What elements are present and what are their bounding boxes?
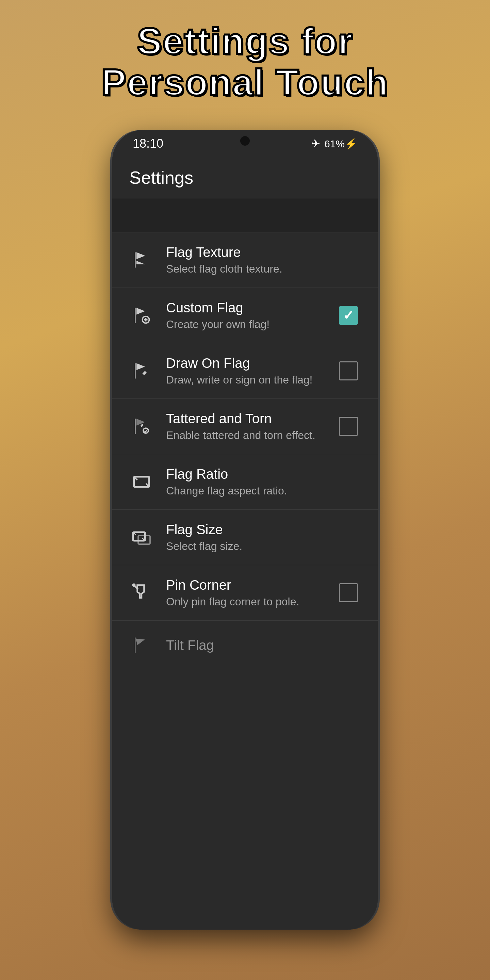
airplane-icon: ✈ xyxy=(311,137,320,150)
flag-texture-icon xyxy=(129,248,154,272)
settings-item-flag-ratio[interactable]: Flag Ratio Change flag aspect ratio. xyxy=(112,454,378,510)
flag-size-content: Flag Size Select flag size. xyxy=(166,522,361,553)
tilt-flag-content: Tilt Flag xyxy=(166,638,361,653)
draw-flag-content: Draw On Flag Draw, write or sign on the … xyxy=(166,356,324,386)
custom-flag-title: Custom Flag xyxy=(166,300,324,315)
custom-flag-checkbox[interactable]: ✓ xyxy=(339,306,358,325)
ratio-icon xyxy=(129,469,154,494)
headline: Settings for Personal Touch xyxy=(74,21,416,103)
phone-frame: 18:10 ✈ 61%⚡ Settings xyxy=(112,130,378,930)
headline-line1: Settings for xyxy=(137,20,353,62)
draw-flag-control[interactable] xyxy=(336,359,361,383)
flag-size-subtitle: Select flag size. xyxy=(166,540,361,553)
battery-text: 61%⚡ xyxy=(324,138,357,150)
settings-item-flag-size[interactable]: Flag Size Select flag size. xyxy=(112,510,378,565)
status-right: ✈ 61%⚡ xyxy=(311,137,357,150)
settings-item-tilt-flag[interactable]: Tilt Flag xyxy=(112,620,378,670)
svg-point-1 xyxy=(143,428,148,433)
tattered-control[interactable] xyxy=(336,414,361,439)
app-bar-title: Settings xyxy=(129,167,361,188)
custom-flag-content: Custom Flag Create your own flag! xyxy=(166,300,324,331)
pin-corner-subtitle: Only pin flag corner to pole. xyxy=(166,595,324,608)
checkmark-icon: ✓ xyxy=(343,309,354,322)
camera-notch xyxy=(240,136,250,146)
settings-list: Flag Texture Select flag cloth texture. … xyxy=(112,232,378,930)
draw-flag-icon xyxy=(129,359,154,383)
tattered-title: Tattered and Torn xyxy=(166,411,324,426)
pin-icon xyxy=(129,581,154,605)
headline-line2: Personal Touch xyxy=(102,61,389,103)
settings-item-custom-flag[interactable]: Custom Flag Create your own flag! ✓ xyxy=(112,288,378,343)
settings-item-tattered[interactable]: Tattered and Torn Enable tattered and to… xyxy=(112,399,378,454)
pin-corner-control[interactable] xyxy=(336,581,361,605)
draw-flag-checkbox[interactable] xyxy=(339,361,358,380)
status-bar: 18:10 ✈ 61%⚡ xyxy=(112,130,378,157)
flag-texture-subtitle: Select flag cloth texture. xyxy=(166,263,361,275)
custom-flag-icon xyxy=(129,303,154,328)
pin-corner-title: Pin Corner xyxy=(166,578,324,593)
settings-item-pin-corner[interactable]: Pin Corner Only pin flag corner to pole. xyxy=(112,565,378,620)
flag-texture-content: Flag Texture Select flag cloth texture. xyxy=(166,245,361,275)
flag-ratio-subtitle: Change flag aspect ratio. xyxy=(166,485,361,497)
settings-item-flag-texture[interactable]: Flag Texture Select flag cloth texture. xyxy=(112,232,378,288)
tattered-content: Tattered and Torn Enable tattered and to… xyxy=(166,411,324,442)
phone-wrapper: 18:10 ✈ 61%⚡ Settings xyxy=(112,130,378,947)
tattered-checkbox[interactable] xyxy=(339,417,358,436)
draw-flag-title: Draw On Flag xyxy=(166,356,324,371)
settings-item-draw-flag[interactable]: Draw On Flag Draw, write or sign on the … xyxy=(112,343,378,399)
tilt-flag-icon xyxy=(129,633,154,657)
flag-ratio-content: Flag Ratio Change flag aspect ratio. xyxy=(166,466,361,497)
tattered-subtitle: Enable tattered and torn effect. xyxy=(166,429,324,442)
flag-ratio-title: Flag Ratio xyxy=(166,466,361,482)
custom-flag-control[interactable]: ✓ xyxy=(336,303,361,328)
flag-size-title: Flag Size xyxy=(166,522,361,537)
size-icon xyxy=(129,525,154,550)
pin-corner-checkbox[interactable] xyxy=(339,583,358,602)
draw-flag-subtitle: Draw, write or sign on the flag! xyxy=(166,374,324,386)
custom-flag-subtitle: Create your own flag! xyxy=(166,318,324,331)
status-time: 18:10 xyxy=(133,137,163,151)
empty-section xyxy=(112,198,378,232)
app-bar: Settings xyxy=(112,157,378,198)
flag-texture-title: Flag Texture xyxy=(166,245,361,260)
pin-corner-content: Pin Corner Only pin flag corner to pole. xyxy=(166,578,324,608)
tattered-flag-icon xyxy=(129,414,154,439)
tilt-flag-title: Tilt Flag xyxy=(166,638,361,653)
